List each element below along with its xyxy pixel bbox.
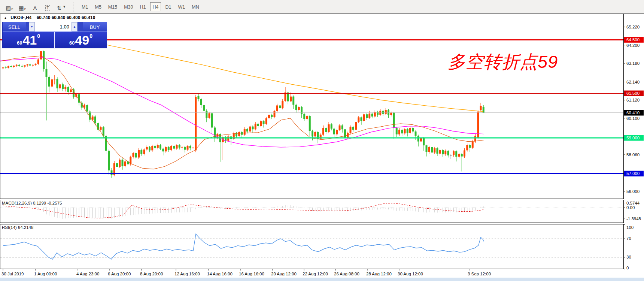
candle-body [417, 136, 419, 141]
candle-body [415, 132, 417, 136]
sell-button[interactable]: SELL [3, 22, 26, 31]
chart-annotation-text: 多空转折点59 [448, 50, 558, 74]
price-tick-label: 58.060 [626, 152, 640, 157]
price-tick-label: 65.220 [626, 25, 640, 29]
candle-body [140, 150, 142, 154]
candle-body [434, 148, 435, 152]
hline-badge-label: 61.500 [626, 91, 640, 96]
candle-body [16, 65, 18, 66]
price-tick-label: 63.180 [626, 61, 640, 66]
candle-body [358, 117, 359, 122]
ask-price[interactable]: 60 49 0 [55, 32, 107, 48]
candle-body [325, 128, 327, 132]
candle-body [189, 146, 191, 148]
time-tick-label: 30 Jul 2019 [1, 272, 24, 276]
candle-body [5, 67, 7, 68]
candle-body [157, 145, 159, 148]
price-tick-label: 61.120 [626, 98, 640, 102]
macd-indicator-label: MACD(12,26,9) 0.1299 -0.2575 [2, 201, 62, 205]
candle-body [350, 127, 352, 133]
price-tick-label: 56.000 [626, 189, 640, 194]
candle-body [111, 170, 113, 175]
price-tick-label: 60.100 [626, 116, 640, 121]
candle-body [312, 131, 313, 136]
candle-body [480, 106, 482, 110]
candle-body [279, 105, 281, 108]
candle-body [187, 146, 189, 149]
candle-body [341, 126, 343, 129]
macd-panel[interactable] [0, 200, 624, 223]
candle-body [67, 87, 69, 92]
candle-body [252, 127, 254, 130]
candle-body [382, 111, 384, 114]
candle-body [138, 150, 140, 157]
volume-down-icon[interactable]: ▼ [29, 22, 35, 31]
candle-body [122, 160, 124, 166]
candle-body [203, 105, 205, 111]
candle-body [268, 115, 270, 118]
candle-body [143, 149, 145, 154]
candle-body [442, 150, 444, 154]
buy-button[interactable]: BUY [83, 22, 107, 31]
candle-body [149, 147, 151, 151]
candle-body [64, 87, 66, 89]
candle-body [298, 107, 300, 110]
candle-body [10, 66, 12, 67]
candle-body [198, 96, 200, 99]
candle-body [439, 150, 441, 154]
time-tick-label: 6 Aug 20:00 [108, 272, 131, 276]
candle-body [390, 112, 392, 115]
candle-body [195, 97, 197, 151]
candle-body [377, 112, 379, 115]
time-axis[interactable]: 30 Jul 20191 Aug 00:004 Aug 23:006 Aug 2… [1, 269, 491, 276]
time-tick-label: 3 Sep 12:00 [468, 272, 491, 276]
volume-up-icon[interactable]: ▲ [72, 22, 78, 31]
time-tick-label: 22 Aug 12:00 [303, 272, 328, 276]
candle-body [401, 130, 403, 133]
candle-body [309, 116, 311, 131]
candle-body [119, 160, 121, 167]
candle-body [393, 112, 395, 128]
candle-body [162, 149, 164, 152]
candle-body [437, 148, 438, 154]
candle-body [100, 127, 102, 130]
time-tick-label: 26 Aug 08:00 [334, 272, 359, 276]
candle-body [333, 129, 335, 134]
price-axis[interactable]: 65.22064.20063.18062.14061.12060.10058.0… [624, 25, 640, 194]
candle-body [154, 146, 156, 148]
candle-body [428, 147, 430, 152]
candle-body [173, 146, 175, 149]
candle-body [374, 112, 376, 117]
candle-body [103, 127, 104, 136]
candle-body [368, 114, 370, 118]
candle-body [282, 101, 283, 108]
candle-body [32, 65, 34, 66]
candle-body [260, 121, 262, 126]
collapse-icon[interactable]: ▲ [4, 16, 7, 20]
time-tick-label: 20 Aug 12:00 [271, 272, 297, 276]
time-tick-label: 14 Aug 16:00 [207, 272, 233, 276]
bid-price[interactable]: 60 41 0 [3, 32, 55, 48]
candle-body [170, 146, 172, 150]
candle-body [331, 124, 332, 129]
candle-body [54, 79, 55, 79]
candle-body [398, 130, 400, 134]
candle-body [37, 60, 39, 64]
candle-body [265, 118, 267, 124]
candle-body [192, 148, 194, 148]
rsi-axis-label: 0 [626, 266, 629, 270]
time-tick-label: 28 Aug 12:00 [366, 272, 392, 276]
candle-body [200, 99, 202, 105]
volume-input[interactable] [35, 22, 72, 31]
candle-body [135, 153, 137, 158]
candle-body [412, 128, 414, 132]
time-tick-label: 16 Aug 16:00 [239, 272, 264, 276]
candle-body [363, 114, 365, 121]
candle-body [48, 77, 50, 87]
candle-body [328, 124, 330, 132]
rsi-panel[interactable] [0, 224, 624, 269]
symbol-header[interactable]: ▲ UKOil-,H4 60.740 60.840 60.400 60.410 [4, 15, 95, 20]
candle-body [165, 147, 167, 151]
candle-body [314, 132, 316, 136]
candle-body [227, 136, 229, 140]
